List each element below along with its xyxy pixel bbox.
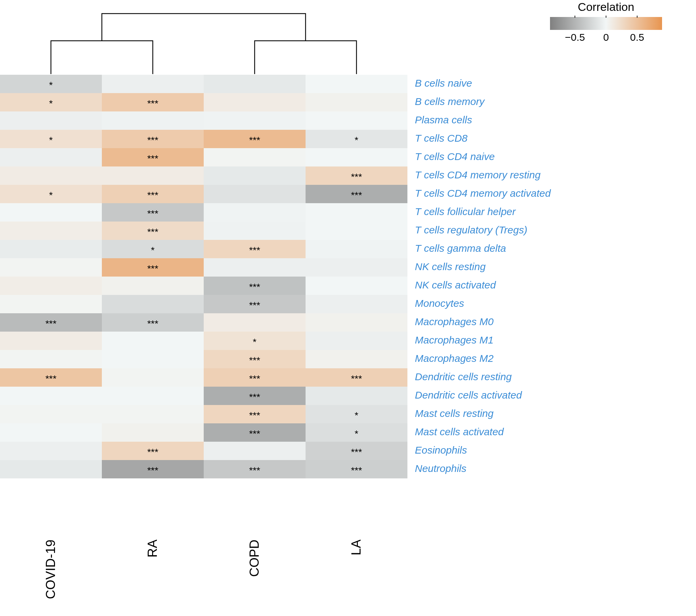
row-label: NK cells activated (415, 279, 496, 291)
significance-marker: *** (351, 447, 362, 457)
heatmap-cell (102, 277, 204, 295)
significance-marker: *** (147, 465, 159, 476)
significance-marker: *** (147, 263, 159, 274)
significance-marker: *** (147, 135, 159, 145)
significance-marker: * (253, 337, 257, 347)
heatmap-cell (305, 240, 407, 258)
significance-marker: *** (249, 410, 260, 421)
row-label: Mast cells activated (415, 426, 504, 437)
row-label: Eosinophils (415, 444, 467, 456)
row-label: B cells naive (415, 77, 472, 89)
column-label: COPD (247, 540, 262, 577)
heatmap-cell (305, 295, 407, 313)
heatmap-cell (0, 258, 102, 277)
color-legend: Correlation−0.500.5 (550, 0, 662, 43)
row-label: Macrophages M1 (415, 334, 494, 345)
heatmap-cell (0, 442, 102, 460)
heatmap-cell (0, 277, 102, 295)
heatmap-cell (204, 442, 305, 460)
heatmap-cell (305, 93, 407, 111)
heatmap-cell (305, 350, 407, 368)
heatmap-cell (102, 405, 204, 423)
heatmap-cell (204, 313, 305, 332)
significance-marker: *** (249, 465, 260, 476)
significance-marker: *** (249, 300, 260, 310)
heatmap-cell (305, 75, 407, 93)
heatmap-cell (0, 148, 102, 167)
heatmap-cell (204, 148, 305, 167)
row-label: Dendritic cells resting (415, 371, 512, 382)
significance-marker: *** (46, 318, 57, 329)
significance-marker: * (49, 135, 53, 145)
legend-tick: 0.5 (630, 32, 644, 43)
row-label: Monocytes (415, 298, 464, 309)
significance-marker: * (49, 190, 53, 200)
heatmap-cell (102, 368, 204, 387)
heatmap-cell (0, 111, 102, 130)
row-label: Neutrophils (415, 463, 466, 474)
significance-marker: *** (147, 318, 159, 329)
heatmap-cell (305, 111, 407, 130)
heatmap-cell (204, 75, 305, 93)
row-label: Mast cells resting (415, 408, 494, 419)
heatmap-cell (204, 167, 305, 185)
heatmap-cell (305, 203, 407, 221)
significance-marker: *** (147, 190, 159, 200)
significance-marker: *** (147, 447, 159, 457)
significance-marker: *** (249, 135, 260, 145)
significance-marker: * (151, 245, 155, 256)
heatmap-cell (102, 387, 204, 405)
heatmap-cell (0, 332, 102, 350)
row-label: T cells follicular helper (415, 206, 516, 217)
heatmap-cell (0, 405, 102, 423)
significance-marker: * (49, 80, 53, 90)
heatmap-cell (305, 148, 407, 167)
heatmap-cell (102, 423, 204, 442)
heatmap-cell (204, 258, 305, 277)
row-label: T cells CD8 (415, 133, 468, 144)
heatmap-cell (102, 332, 204, 350)
significance-marker: * (355, 410, 359, 421)
significance-marker: * (355, 429, 359, 439)
significance-marker: *** (147, 98, 159, 109)
heatmap-cell (0, 203, 102, 221)
heatmap-cell (102, 167, 204, 185)
significance-marker: * (49, 98, 53, 109)
row-label: T cells CD4 naive (415, 151, 495, 162)
heatmap-cell (305, 277, 407, 295)
heatmap-cell (0, 221, 102, 240)
row-label: Macrophages M0 (415, 316, 494, 327)
significance-marker: *** (147, 208, 159, 219)
heatmap-cell (204, 221, 305, 240)
heatmap-cell (0, 295, 102, 313)
heatmap-cell (102, 75, 204, 93)
heatmap-cell (204, 185, 305, 203)
legend-tick: −0.5 (565, 32, 585, 43)
significance-marker: *** (147, 227, 159, 237)
heatmap-cell (0, 240, 102, 258)
row-label: NK cells resting (415, 261, 486, 272)
correlation-heatmap: ****************************************… (0, 0, 696, 616)
legend-gradient (550, 17, 662, 30)
heatmap-cell (305, 387, 407, 405)
significance-marker: *** (249, 245, 260, 256)
row-label: Macrophages M2 (415, 353, 494, 364)
heatmap-cell (204, 203, 305, 221)
significance-marker: *** (249, 373, 260, 384)
heatmap-cell (0, 350, 102, 368)
legend-tick: 0 (603, 32, 609, 43)
column-label: LA (349, 539, 363, 555)
heatmap-cell (102, 350, 204, 368)
heatmap-cell (0, 423, 102, 442)
heatmap-cell (305, 221, 407, 240)
row-label: T cells CD4 memory resting (415, 169, 540, 181)
significance-marker: *** (249, 429, 260, 439)
significance-marker: *** (249, 392, 260, 402)
heatmap-cell (0, 387, 102, 405)
heatmap-cell (204, 111, 305, 130)
significance-marker: *** (147, 153, 159, 164)
column-label: RA (145, 539, 160, 557)
row-label: B cells memory (415, 96, 485, 107)
significance-marker: *** (249, 355, 260, 366)
row-label: T cells regulatory (Tregs) (415, 224, 527, 235)
